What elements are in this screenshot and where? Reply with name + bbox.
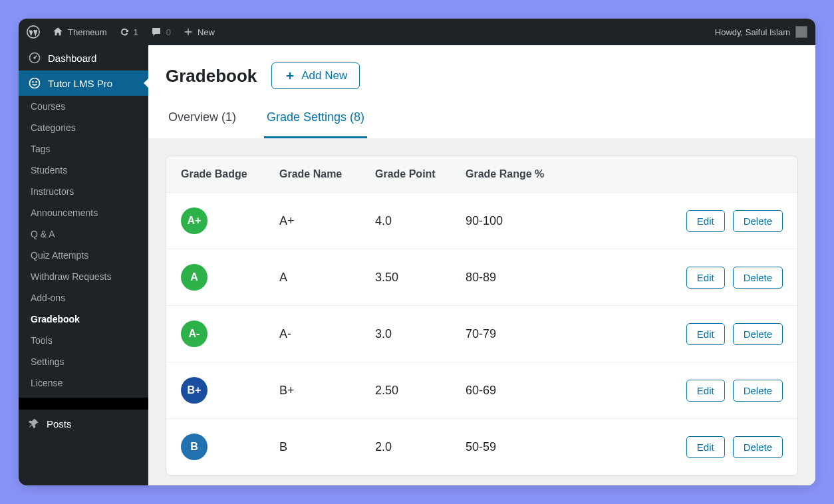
edit-button[interactable]: Edit [686, 267, 725, 289]
sidebar-item-addons[interactable]: Add-ons [19, 287, 148, 309]
table-row: A+A+4.090-100EditDelete [166, 193, 797, 249]
content-header: Gradebook Add New Overview (1) Grade Set… [148, 45, 815, 138]
grade-point: 3.0 [375, 327, 466, 341]
refresh-icon [119, 27, 130, 37]
site-name: Themeum [68, 27, 107, 37]
svg-point-5 [35, 81, 37, 83]
admin-sidebar: Dashboard Tutor LMS Pro Courses Categori… [19, 45, 148, 485]
wp-logo[interactable] [27, 25, 40, 39]
th-range: Grade Range % [466, 168, 783, 180]
howdy-text: Howdy, Saiful Islam [715, 27, 790, 37]
grades-table: Grade Badge Grade Name Grade Point Grade… [166, 156, 798, 476]
sidebar-item-tools[interactable]: Tools [19, 330, 148, 351]
sidebar-item-label: Posts [47, 418, 72, 430]
grade-badge: B [181, 434, 208, 460]
th-name: Grade Name [279, 168, 375, 180]
table-row: A-A-3.070-79EditDelete [166, 306, 797, 362]
svg-point-0 [27, 26, 39, 38]
updates-count: 1 [134, 27, 138, 37]
new-link[interactable]: New [183, 27, 215, 37]
dashboard-icon [28, 51, 41, 64]
grade-badge: B+ [181, 377, 208, 404]
sidebar-item-gradebook[interactable]: Gradebook [19, 309, 148, 330]
avatar-icon [795, 26, 807, 38]
delete-button[interactable]: Delete [733, 323, 783, 345]
sidebar-item-withdraw[interactable]: Withdraw Requests [19, 266, 148, 287]
delete-button[interactable]: Delete [733, 210, 783, 232]
sidebar-item-license[interactable]: License [19, 372, 148, 394]
edit-button[interactable]: Edit [686, 210, 725, 232]
tutor-lms-icon [28, 76, 41, 90]
home-icon [52, 26, 64, 38]
account-link[interactable]: Howdy, Saiful Islam [715, 26, 807, 38]
delete-button[interactable]: Delete [733, 267, 783, 289]
grade-badge: A [181, 264, 208, 291]
table-row: B+B+2.5060-69EditDelete [166, 362, 797, 419]
grade-badge: A+ [181, 207, 208, 234]
edit-button[interactable]: Edit [686, 436, 725, 458]
svg-point-2 [33, 57, 35, 59]
grade-range: 60-69 [466, 384, 686, 398]
add-new-button[interactable]: Add New [271, 63, 360, 89]
main-content: Gradebook Add New Overview (1) Grade Set… [148, 45, 815, 485]
page-title: Gradebook [166, 66, 257, 86]
menu-separator [19, 398, 148, 410]
grade-name: B+ [279, 384, 375, 398]
edit-button[interactable]: Edit [686, 380, 725, 402]
updates-link[interactable]: 1 [119, 27, 138, 37]
grade-name: A+ [279, 214, 375, 228]
sidebar-item-students[interactable]: Students [19, 160, 148, 181]
grade-point: 2.50 [375, 384, 466, 398]
comment-icon [150, 26, 162, 38]
sidebar-item-announcements[interactable]: Announcements [19, 202, 148, 223]
sidebar-item-label: Tutor LMS Pro [48, 78, 112, 89]
sidebar-item-qa[interactable]: Q & A [19, 223, 148, 245]
plus-icon [183, 27, 194, 37]
site-link[interactable]: Themeum [52, 26, 107, 38]
comments-count: 0 [166, 27, 171, 37]
table-row: AA3.5080-89EditDelete [166, 249, 797, 306]
app-window: Themeum 1 0 New Howdy, Saiful Islam [19, 19, 815, 485]
add-new-label: Add New [301, 69, 347, 82]
new-label: New [198, 27, 215, 37]
comments-link[interactable]: 0 [150, 26, 171, 38]
wordpress-icon [27, 25, 40, 39]
grade-range: 80-89 [466, 271, 686, 285]
grade-range: 70-79 [466, 327, 686, 341]
plus-icon [284, 70, 296, 82]
grade-badge: A- [181, 320, 208, 347]
table-row: BB2.050-59EditDelete [166, 419, 797, 475]
grade-name: A- [279, 327, 375, 341]
grade-point: 2.0 [375, 440, 466, 454]
svg-point-3 [30, 78, 40, 88]
sidebar-item-label: Dashboard [48, 53, 96, 64]
sidebar-item-dashboard[interactable]: Dashboard [19, 45, 148, 70]
grade-range: 90-100 [466, 214, 686, 228]
tabs: Overview (1) Grade Settings (8) [166, 110, 798, 138]
pin-icon [28, 418, 40, 430]
sidebar-item-tags[interactable]: Tags [19, 138, 148, 160]
tab-grade-settings[interactable]: Grade Settings (8) [264, 110, 367, 138]
grade-point: 3.50 [375, 271, 466, 285]
edit-button[interactable]: Edit [686, 323, 725, 345]
grade-name: B [279, 440, 375, 454]
delete-button[interactable]: Delete [733, 380, 783, 402]
grade-name: A [279, 271, 375, 285]
sidebar-item-instructors[interactable]: Instructors [19, 181, 148, 202]
sidebar-item-courses[interactable]: Courses [19, 96, 148, 117]
th-badge: Grade Badge [181, 168, 279, 180]
th-point: Grade Point [375, 168, 466, 180]
grade-range: 50-59 [466, 440, 686, 454]
sidebar-item-quiz-attempts[interactable]: Quiz Attempts [19, 245, 148, 266]
sidebar-item-settings[interactable]: Settings [19, 351, 148, 372]
tab-overview[interactable]: Overview (1) [166, 110, 239, 138]
grade-point: 4.0 [375, 214, 466, 228]
table-header: Grade Badge Grade Name Grade Point Grade… [166, 156, 797, 193]
sidebar-item-tutor-lms[interactable]: Tutor LMS Pro [19, 70, 148, 96]
sidebar-item-posts[interactable]: Posts [19, 410, 148, 438]
sidebar-item-categories[interactable]: Categories [19, 117, 148, 138]
admin-bar: Themeum 1 0 New Howdy, Saiful Islam [19, 19, 815, 45]
svg-point-4 [32, 81, 34, 83]
sidebar-submenu: Courses Categories Tags Students Instruc… [19, 96, 148, 394]
delete-button[interactable]: Delete [733, 436, 783, 458]
